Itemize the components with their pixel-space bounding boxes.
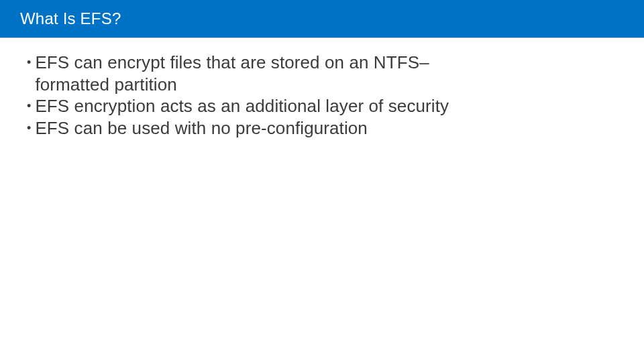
bullet-item: • EFS encryption acts as an additional l… <box>27 95 617 117</box>
bullet-text: EFS encryption acts as an additional lay… <box>35 95 617 117</box>
slide-title: What Is EFS? <box>20 9 121 28</box>
bullet-dot-icon: • <box>27 95 31 117</box>
bullet-item: • EFS can encrypt files that are stored … <box>27 52 617 95</box>
bullet-dot-icon: • <box>27 52 31 73</box>
bullet-item: • EFS can be used with no pre-configurat… <box>27 117 617 139</box>
slide-body: • EFS can encrypt files that are stored … <box>0 38 644 139</box>
slide: What Is EFS? • EFS can encrypt files tha… <box>0 0 644 362</box>
bullet-text: EFS can be used with no pre-configuratio… <box>35 117 617 139</box>
title-band: What Is EFS? <box>0 0 644 38</box>
bullet-text: EFS can encrypt files that are stored on… <box>35 52 437 95</box>
bullet-dot-icon: • <box>27 117 31 139</box>
